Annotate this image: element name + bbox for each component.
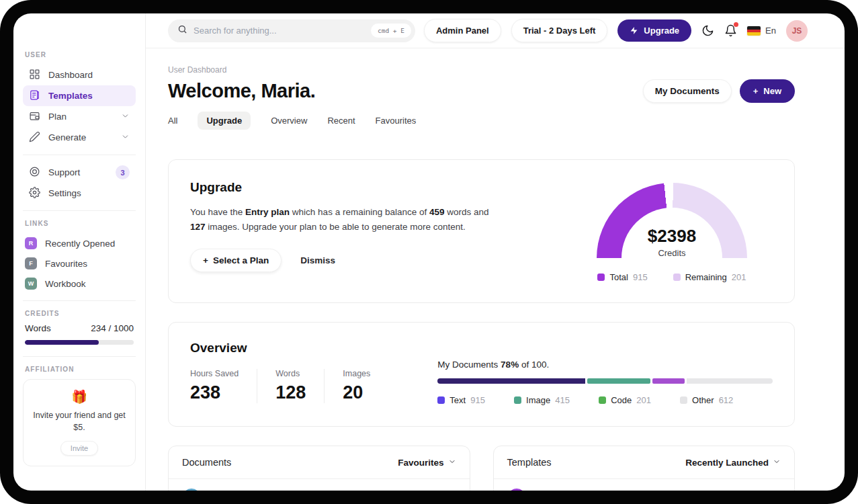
template-list-item[interactable]: Blog Post Title in Workbook xyxy=(494,479,795,491)
progress-legend: Text 915 Image 415 Code 20 xyxy=(437,395,733,405)
segment-text xyxy=(437,378,585,384)
credits-gauge-chart: $2398 Credits xyxy=(597,183,747,258)
language-selector[interactable]: En xyxy=(747,26,776,36)
templates-card-title: Templates xyxy=(507,457,552,468)
chevron-down-icon xyxy=(121,112,130,122)
divider xyxy=(23,300,136,301)
documents-filter-dropdown[interactable]: Favourites xyxy=(398,458,456,468)
legend-item-remaining: Remaining 201 xyxy=(673,272,746,282)
breadcrumb: User Dashboard xyxy=(168,65,795,75)
sidebar: User Dashboard Templates Plan Generate xyxy=(13,13,146,491)
topbar-actions: Admin Panel Trial - 2 Days Left Upgrade xyxy=(424,19,808,42)
tab-favourites[interactable]: Favourites xyxy=(376,116,417,126)
notifications-button[interactable] xyxy=(724,24,737,37)
sidebar-item-dashboard[interactable]: Dashboard xyxy=(23,65,136,85)
link-label: Workbook xyxy=(45,279,86,289)
divider xyxy=(23,356,136,357)
trial-status-button[interactable]: Trial - 2 Days Left xyxy=(511,19,608,42)
affiliation-text: Invite your friend and get $5. xyxy=(33,409,126,433)
device-frame: User Dashboard Templates Plan Generate xyxy=(0,0,858,504)
documents-progress-block: My Documents 78% of 100. Text 915 xyxy=(437,360,773,407)
legend-swatch xyxy=(673,274,681,281)
search-icon xyxy=(177,24,187,37)
tab-all[interactable]: All xyxy=(168,116,177,126)
sidebar-item-label: Support xyxy=(48,167,80,177)
gauge-legend: Total 915 Remaining 201 xyxy=(597,272,746,282)
upgrade-button-label: Upgrade xyxy=(644,26,679,36)
user-avatar[interactable]: JS xyxy=(786,20,808,42)
tab-overview[interactable]: Overview xyxy=(271,116,307,126)
affiliation-card: 🎁 Invite your friend and get $5. Invite xyxy=(23,379,136,466)
overview-card-title: Overview xyxy=(190,341,406,355)
tab-upgrade[interactable]: Upgrade xyxy=(198,112,251,130)
language-label: En xyxy=(765,26,776,36)
sidebar-item-label: Settings xyxy=(48,188,81,198)
credits-progress-fill xyxy=(25,340,99,345)
credits-gauge-block: $2398 Credits Total 915 xyxy=(571,180,773,282)
legend-item-image: Image 415 xyxy=(514,395,570,405)
admin-panel-button[interactable]: Admin Panel xyxy=(424,19,501,42)
stats-row: Hours Saved 238 Words 128 Images 20 xyxy=(190,369,406,403)
templates-icon xyxy=(29,89,40,103)
link-initial-badge: R xyxy=(25,237,37,249)
dismiss-button[interactable]: Dismiss xyxy=(300,255,335,265)
upgrade-button[interactable]: Upgrade xyxy=(617,19,691,42)
grid-icon xyxy=(29,69,40,82)
sidebar-link-recently-opened[interactable]: R Recently Opened xyxy=(23,233,136,253)
documents-card: Documents Favourites Untitled Document i… xyxy=(168,446,470,491)
chevron-down-icon xyxy=(448,458,456,468)
credits-words: Words 234 / 1000 xyxy=(25,323,134,333)
legend-swatch xyxy=(514,396,521,404)
sidebar-item-label: Dashboard xyxy=(48,70,93,80)
segment-image xyxy=(587,378,651,384)
topbar: cmd + E Admin Panel Trial - 2 Days Left … xyxy=(146,13,845,48)
invite-button[interactable]: Invite xyxy=(60,441,98,456)
stat-hours-saved: Hours Saved 238 xyxy=(190,369,257,403)
stat-words: Words 128 xyxy=(275,369,325,403)
tab-recent[interactable]: Recent xyxy=(327,116,355,126)
content-column: cmd + E Admin Panel Trial - 2 Days Left … xyxy=(146,13,845,491)
document-list-item[interactable]: Untitled Document in Workbook xyxy=(169,479,470,491)
search-input[interactable] xyxy=(194,26,365,36)
sidebar-link-workbook[interactable]: W Workbook xyxy=(23,274,136,294)
new-button[interactable]: + New xyxy=(740,79,795,103)
select-plan-label: Select a Plan xyxy=(213,255,269,265)
dark-mode-toggle[interactable] xyxy=(701,24,714,37)
legend-item-text: Text 915 xyxy=(437,395,485,405)
upgrade-card-title: Upgrade xyxy=(190,180,517,195)
app-window: User Dashboard Templates Plan Generate xyxy=(13,13,845,491)
notification-dot xyxy=(734,22,738,27)
credits-label: Words xyxy=(25,323,51,333)
select-plan-button[interactable]: + Select a Plan xyxy=(190,249,282,272)
legend-item-total: Total 915 xyxy=(597,272,647,282)
sidebar-item-support[interactable]: Support 3 xyxy=(23,162,136,183)
plus-icon: + xyxy=(203,255,208,265)
german-flag-icon xyxy=(747,26,761,36)
link-label: Recently Opened xyxy=(45,239,115,249)
credits-progress-bar xyxy=(25,340,134,345)
sidebar-item-templates[interactable]: Templates xyxy=(23,85,136,106)
templates-card: Templates Recently Launched Blog Post Ti… xyxy=(493,446,796,491)
sidebar-section-links: Links xyxy=(25,220,134,227)
search-bar[interactable]: cmd + E xyxy=(168,19,415,42)
credits-value: 234 / 1000 xyxy=(91,323,134,333)
moon-icon xyxy=(701,24,714,37)
sidebar-section-affiliation: Affiliation xyxy=(25,366,134,373)
my-documents-button[interactable]: My Documents xyxy=(643,79,732,103)
sidebar-item-plan[interactable]: Plan xyxy=(23,106,136,127)
sidebar-section-user: User xyxy=(25,51,134,58)
segment-code xyxy=(652,378,684,384)
legend-item-code: Code 201 xyxy=(599,395,651,405)
sidebar-item-label: Generate xyxy=(48,132,86,142)
sidebar-section-credits: Credits xyxy=(25,310,134,317)
overview-card: Overview Hours Saved 238 Words 128 xyxy=(168,322,795,427)
sidebar-item-generate[interactable]: Generate xyxy=(23,127,136,148)
divider xyxy=(23,210,136,211)
sidebar-link-favourites[interactable]: F Favourites xyxy=(23,253,136,274)
tab-bar: All Upgrade Overview Recent Favourites xyxy=(168,112,795,130)
templates-filter-dropdown[interactable]: Recently Launched xyxy=(685,458,781,468)
legend-swatch xyxy=(597,274,605,281)
sidebar-item-settings[interactable]: Settings xyxy=(23,183,136,204)
pencil-icon xyxy=(29,131,40,144)
new-button-label: New xyxy=(763,86,781,96)
